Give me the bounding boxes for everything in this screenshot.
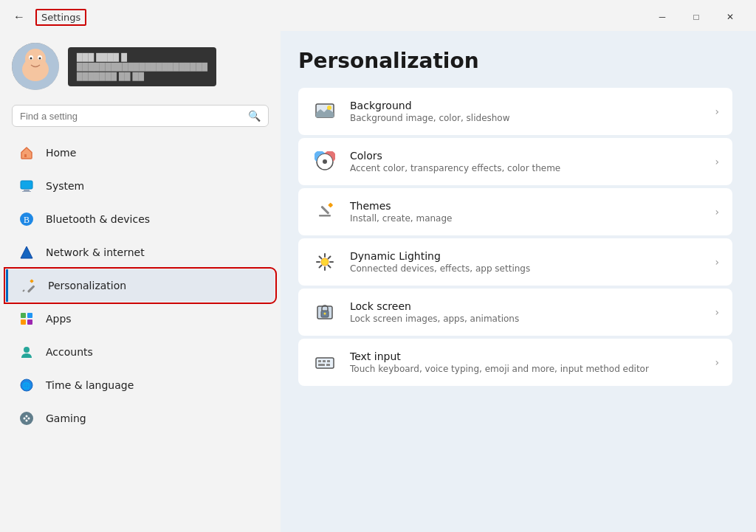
settings-card-lock-screen[interactable]: Lock screen Lock screen images, apps, an…: [298, 289, 732, 336]
svg-rect-53: [326, 364, 330, 366]
sidebar-item-label-apps: Apps: [46, 313, 72, 325]
svg-rect-18: [27, 313, 32, 318]
sidebar-item-personalization[interactable]: Personalization: [6, 269, 275, 302]
maximize-button[interactable]: □: [679, 5, 713, 29]
svg-line-44: [320, 266, 322, 268]
sidebar-item-bluetooth[interactable]: B Bluetooth & devices: [6, 203, 275, 235]
svg-point-27: [26, 415, 28, 418]
svg-point-28: [26, 420, 28, 422]
text-input-chevron: ›: [715, 356, 719, 368]
svg-line-41: [320, 257, 322, 259]
sidebar-nav: Home System B: [0, 136, 281, 435]
user-info-block: ███ ████ █ ███████████████████████ █████…: [68, 47, 216, 86]
lock-screen-card-title: Lock screen: [350, 300, 703, 312]
dynamic-lighting-chevron: ›: [715, 256, 719, 268]
search-container: 🔍: [0, 102, 281, 136]
svg-rect-9: [24, 190, 30, 191]
sidebar-item-label-system: System: [46, 180, 84, 192]
sidebar-item-label-bluetooth: Bluetooth & devices: [46, 213, 150, 225]
sidebar-item-accounts[interactable]: Accounts: [6, 336, 275, 368]
svg-rect-14: [27, 285, 35, 293]
svg-point-24: [20, 412, 33, 425]
lock-screen-icon: [312, 299, 338, 325]
network-icon: [18, 243, 35, 261]
svg-text:B: B: [24, 215, 30, 225]
sidebar-item-label-time: Time & language: [46, 379, 134, 391]
svg-rect-8: [21, 181, 32, 189]
text-input-icon: [312, 349, 338, 376]
settings-card-dynamic-lighting[interactable]: Dynamic Lighting Connected devices, effe…: [298, 238, 732, 286]
svg-line-16: [23, 290, 24, 291]
svg-rect-52: [318, 364, 325, 366]
lock-screen-chevron: ›: [715, 306, 719, 318]
settings-card-background[interactable]: Background Background image, color, slid…: [298, 88, 732, 135]
svg-rect-10: [22, 191, 31, 192]
svg-point-30: [327, 106, 331, 110]
text-input-card-text: Text input Touch keyboard, voice typing,…: [350, 350, 703, 374]
apps-icon: [18, 310, 35, 328]
svg-point-26: [28, 418, 30, 420]
svg-rect-34: [320, 206, 329, 215]
svg-rect-50: [323, 360, 326, 362]
title-bar: ← Settings ─ □ ✕: [0, 0, 756, 31]
svg-point-25: [24, 418, 26, 420]
svg-point-5: [30, 58, 32, 60]
svg-rect-20: [27, 319, 32, 325]
dynamic-lighting-card-title: Dynamic Lighting: [350, 250, 703, 262]
svg-point-47: [324, 313, 326, 315]
svg-rect-33: [319, 215, 331, 217]
svg-rect-7: [24, 154, 27, 157]
sidebar: ███ ████ █ ███████████████████████ █████…: [0, 31, 281, 532]
svg-line-43: [329, 257, 331, 259]
background-card-subtitle: Background image, color, slideshow: [350, 113, 703, 123]
search-icon: 🔍: [248, 110, 261, 122]
sidebar-item-home[interactable]: Home: [6, 137, 275, 169]
app-body: ███ ████ █ ███████████████████████ █████…: [0, 31, 756, 532]
svg-rect-48: [316, 358, 334, 368]
background-chevron: ›: [715, 106, 719, 117]
dynamic-lighting-card-text: Dynamic Lighting Connected devices, effe…: [350, 250, 703, 274]
search-box: 🔍: [12, 105, 269, 127]
svg-marker-13: [21, 246, 32, 258]
minimize-button[interactable]: ─: [645, 5, 679, 29]
themes-icon: [312, 198, 338, 225]
back-button[interactable]: ←: [9, 9, 30, 25]
personalization-icon: [20, 277, 38, 294]
time-icon: 🌐: [18, 376, 35, 394]
app-title: Settings: [35, 9, 86, 26]
settings-card-text-input[interactable]: Text input Touch keyboard, voice typing,…: [298, 339, 732, 386]
svg-text:🌐: 🌐: [22, 381, 31, 390]
sidebar-item-label-home: Home: [46, 147, 76, 159]
settings-card-colors[interactable]: Colors Accent color, transparency effect…: [298, 138, 732, 185]
close-button[interactable]: ✕: [713, 5, 747, 29]
colors-chevron: ›: [715, 156, 719, 167]
dynamic-lighting-card-subtitle: Connected devices, effects, app settings: [350, 263, 703, 274]
themes-card-subtitle: Install, create, manage: [350, 213, 703, 224]
sidebar-item-gaming[interactable]: Gaming: [6, 402, 275, 435]
sidebar-item-network[interactable]: Network & internet: [6, 236, 275, 269]
settings-card-themes[interactable]: Themes Install, create, manage ›: [298, 188, 732, 235]
colors-icon: [312, 148, 338, 175]
sidebar-item-label-gaming: Gaming: [46, 412, 86, 424]
svg-rect-51: [327, 360, 330, 362]
text-input-card-title: Text input: [350, 350, 703, 362]
svg-line-42: [329, 266, 331, 268]
background-icon: [312, 98, 338, 125]
lock-screen-card-subtitle: Lock screen images, apps, animations: [350, 314, 703, 324]
search-input[interactable]: [20, 111, 242, 122]
themes-card-text: Themes Install, create, manage: [350, 200, 703, 224]
sidebar-item-apps[interactable]: Apps: [6, 303, 275, 335]
lock-screen-card-text: Lock screen Lock screen images, apps, an…: [350, 300, 703, 324]
sidebar-item-system[interactable]: System: [6, 170, 275, 202]
svg-point-6: [39, 58, 41, 60]
dynamic-lighting-icon: [312, 249, 338, 275]
bluetooth-icon: B: [18, 210, 35, 228]
user-profile[interactable]: ███ ████ █ ███████████████████████ █████…: [0, 31, 281, 102]
svg-rect-35: [328, 202, 333, 207]
svg-point-32: [323, 159, 327, 164]
background-card-text: Background Background image, color, slid…: [350, 100, 703, 123]
sidebar-item-label-network: Network & internet: [46, 246, 145, 258]
svg-rect-19: [21, 319, 26, 325]
home-icon: [18, 144, 35, 162]
sidebar-item-time[interactable]: 🌐 Time & language: [6, 369, 275, 401]
